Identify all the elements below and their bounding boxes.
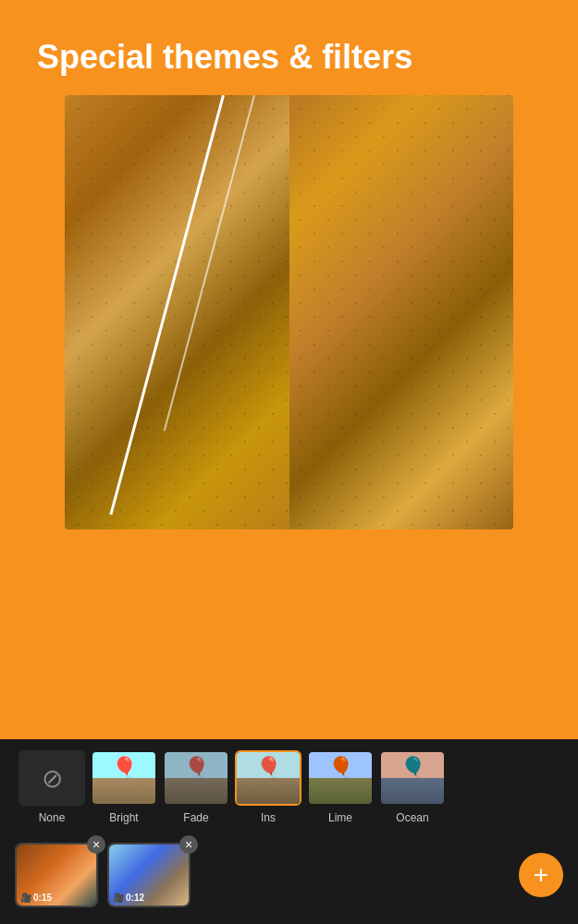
header: Special themes & filters bbox=[0, 0, 578, 95]
add-clip-button[interactable]: + bbox=[519, 853, 563, 897]
filter-lime-label: Lime bbox=[328, 811, 352, 824]
filter-bright-thumb bbox=[91, 750, 157, 806]
filter-ins[interactable]: Ins bbox=[235, 750, 301, 824]
main-preview bbox=[65, 95, 513, 529]
clip-2-wrapper: 🎥 0:12 bbox=[107, 843, 191, 907]
clip-1-camera-icon: 🎥 bbox=[20, 893, 31, 903]
filter-fade-label: Fade bbox=[183, 811, 208, 824]
filter-fade[interactable]: Fade bbox=[163, 750, 229, 824]
clip-1-duration-text: 0:15 bbox=[33, 893, 52, 903]
clip-1-remove-button[interactable] bbox=[87, 835, 105, 854]
filter-fade-thumb bbox=[163, 750, 229, 806]
filter-ocean-label: Ocean bbox=[396, 811, 428, 824]
timeline-clip-2[interactable]: 🎥 0:12 bbox=[107, 843, 191, 907]
filter-lime[interactable]: Lime bbox=[307, 750, 374, 824]
add-icon: + bbox=[534, 862, 548, 888]
food-scene bbox=[65, 95, 513, 529]
clip-1-wrapper: 🎥 0:15 bbox=[15, 843, 98, 907]
bottom-panel: ⊘ None Bright Fade Ins bbox=[0, 739, 578, 924]
page-title: Special themes & filters bbox=[37, 37, 541, 77]
clip-1-duration-bar: 🎥 0:15 bbox=[20, 893, 52, 903]
clip-2-camera-icon: 🎥 bbox=[113, 893, 124, 903]
filter-ocean-thumb bbox=[379, 750, 446, 806]
timeline-row: 🎥 0:15 🎥 0:12 + bbox=[0, 835, 578, 915]
clip-2-duration-text: 0:12 bbox=[126, 893, 144, 903]
filter-ins-thumb bbox=[235, 750, 301, 806]
filter-none-label: None bbox=[39, 811, 66, 824]
bright-balloon-image bbox=[92, 752, 155, 804]
filters-row: ⊘ None Bright Fade Ins bbox=[0, 739, 578, 835]
filter-lime-thumb bbox=[307, 750, 374, 806]
clip-2-remove-button[interactable] bbox=[179, 835, 198, 854]
ocean-balloon-image bbox=[381, 752, 444, 804]
pattern-overlay bbox=[65, 95, 513, 529]
lime-balloon-image bbox=[309, 752, 372, 804]
filter-ocean[interactable]: Ocean bbox=[379, 750, 446, 824]
filter-bright[interactable]: Bright bbox=[91, 750, 157, 824]
filter-none-thumb: ⊘ bbox=[18, 750, 85, 806]
no-filter-icon: ⊘ bbox=[42, 763, 63, 794]
fade-balloon-image bbox=[165, 752, 228, 804]
filter-ins-label: Ins bbox=[261, 811, 276, 824]
ins-balloon-image bbox=[237, 752, 300, 804]
filter-bright-label: Bright bbox=[109, 811, 138, 824]
filter-none[interactable]: ⊘ None bbox=[18, 750, 85, 824]
clip-2-duration-bar: 🎥 0:12 bbox=[113, 893, 144, 903]
timeline-clip-1[interactable]: 🎥 0:15 bbox=[15, 843, 98, 907]
